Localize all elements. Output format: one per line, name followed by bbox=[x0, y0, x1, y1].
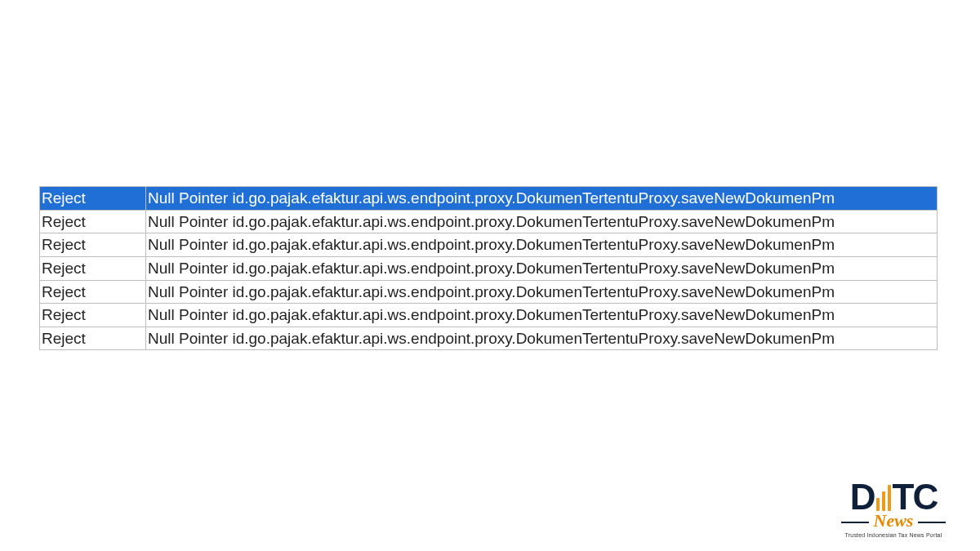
status-cell: Reject bbox=[40, 327, 146, 350]
message-cell: Null Pointer id.go.pajak.efaktur.api.ws.… bbox=[146, 187, 938, 211]
table-row[interactable]: RejectNull Pointer id.go.pajak.efaktur.a… bbox=[40, 256, 938, 280]
status-cell: Reject bbox=[40, 280, 146, 304]
logo-news-line: News bbox=[828, 510, 959, 531]
error-table[interactable]: RejectNull Pointer id.go.pajak.efaktur.a… bbox=[39, 186, 938, 350]
table-row[interactable]: RejectNull Pointer id.go.pajak.efaktur.a… bbox=[40, 304, 938, 327]
logo-rule-right bbox=[918, 522, 946, 523]
table-row[interactable]: RejectNull Pointer id.go.pajak.efaktur.a… bbox=[40, 210, 938, 233]
status-cell: Reject bbox=[40, 233, 146, 257]
table-row[interactable]: RejectNull Pointer id.go.pajak.efaktur.a… bbox=[40, 187, 938, 211]
table-row[interactable]: RejectNull Pointer id.go.pajak.efaktur.a… bbox=[40, 327, 938, 350]
error-table-body: RejectNull Pointer id.go.pajak.efaktur.a… bbox=[40, 187, 938, 350]
status-cell: Reject bbox=[40, 304, 146, 327]
message-cell: Null Pointer id.go.pajak.efaktur.api.ws.… bbox=[146, 233, 938, 257]
logo-rule-left bbox=[841, 522, 869, 523]
table-row[interactable]: RejectNull Pointer id.go.pajak.efaktur.a… bbox=[40, 280, 938, 304]
error-table-container: RejectNull Pointer id.go.pajak.efaktur.a… bbox=[39, 186, 938, 350]
status-cell: Reject bbox=[40, 187, 146, 211]
status-cell: Reject bbox=[40, 210, 146, 233]
message-cell: Null Pointer id.go.pajak.efaktur.api.ws.… bbox=[146, 304, 938, 327]
message-cell: Null Pointer id.go.pajak.efaktur.api.ws.… bbox=[146, 256, 938, 280]
ddtc-news-logo: D TC News Trusted Indonesian Tax News Po… bbox=[828, 479, 959, 538]
message-cell: Null Pointer id.go.pajak.efaktur.api.ws.… bbox=[146, 327, 938, 350]
message-cell: Null Pointer id.go.pajak.efaktur.api.ws.… bbox=[146, 280, 938, 304]
message-cell: Null Pointer id.go.pajak.efaktur.api.ws.… bbox=[146, 210, 938, 233]
logo-bars-icon bbox=[876, 483, 891, 511]
status-cell: Reject bbox=[40, 256, 146, 280]
logo-tagline: Trusted Indonesian Tax News Portal bbox=[828, 532, 959, 538]
logo-news-text: News bbox=[874, 510, 914, 531]
table-row[interactable]: RejectNull Pointer id.go.pajak.efaktur.a… bbox=[40, 233, 938, 257]
